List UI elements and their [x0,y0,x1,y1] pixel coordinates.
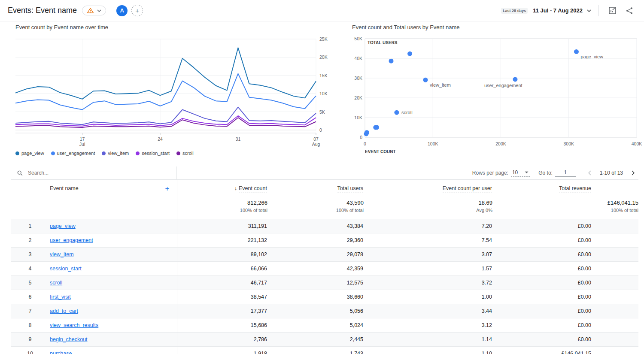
header-right-controls: Last 28 days 11 Jul - 7 Aug 2022 [501,4,636,17]
rows-per-page-label: Rows per page: [472,170,508,176]
event-name-link[interactable]: add_to_cart [50,308,78,314]
warning-icon [87,7,94,14]
revenue-cell: £0.00 [492,318,638,333]
add-comparison-button[interactable]: + [131,5,143,16]
legend-item-user_engagement: user_engagement [51,151,95,156]
total-users-cell: 42,359 [267,262,364,276]
scatter-point-view_item[interactable] [423,78,428,82]
customize-report-button[interactable] [605,4,619,17]
avatar-letter: A [120,7,124,14]
date-range-selector[interactable]: 11 Jul - 7 Aug 2022 [533,7,583,14]
legend-label: scroll [182,151,194,156]
avatar[interactable]: A [116,5,128,16]
revenue-cell: £0.00 [492,290,638,304]
event-name-link[interactable]: begin_checkout [50,336,88,342]
chart-edit-icon [608,6,617,15]
scatter-point-session_start[interactable] [407,51,412,56]
event-name-cell: session_start [49,262,177,276]
svg-text:Jul: Jul [79,142,85,147]
next-page-button[interactable] [627,167,638,179]
line-chart-legend: page_viewuser_engagementview_itemsession… [15,151,333,156]
table-totals-row: 812,266 100% of total 43,590 100% of tot… [11,197,638,219]
scatter-point-first_visit[interactable] [389,59,394,64]
legend-dot [176,151,180,155]
scatter-chart-svg: 010K20K30K40K50K0100K200K300K400KTOTAL U… [352,36,644,157]
event-name-link[interactable]: view_item [50,251,74,257]
date-caret-icon [587,9,591,12]
app-header: Events: Event name A + Last 28 days 11 J… [0,0,644,21]
table-row: 5scroll46,71712,5753.72£0.00 [11,276,638,290]
column-header-total-users[interactable]: Total users [267,180,364,197]
column-header-event-count[interactable]: ↓Event count [177,180,267,197]
scatter-point-purchase[interactable] [364,131,369,136]
scatter-point-scroll[interactable] [394,110,399,115]
svg-text:24: 24 [158,136,163,142]
revenue-cell: £0.00 [492,219,638,233]
legend-dot [15,151,19,155]
event-name-link[interactable]: scroll [50,280,62,286]
scatter-point-view_search_results[interactable] [373,125,378,130]
search-input[interactable] [27,169,123,176]
dropdown-caret-icon [525,171,529,174]
event-name-header-label: Event name [50,185,79,191]
legend-dot [136,151,140,155]
rows-per-page-select[interactable]: 10 [511,169,530,177]
svg-text:10K: 10K [319,91,328,96]
legend-item-view_item: view_item [102,151,129,156]
legend-item-page_view: page_view [15,151,44,156]
event-name-cell: view_item [49,248,177,262]
totals-event-count: 812,266 100% of total [177,197,267,219]
table-row: 3view_item89,10229,0783.07£0.00 [11,248,638,262]
total-users-cell: 29,078 [267,248,364,262]
report-warning-pill[interactable] [82,6,106,15]
legend-label: session_start [142,151,170,156]
goto-page-input[interactable] [555,169,576,177]
add-column-button[interactable]: + [165,185,170,192]
event-name-link[interactable]: page_view [50,223,76,229]
event-count-cell: 17,377 [177,304,267,318]
scatter-label-scroll: scroll [401,110,413,115]
row-index: 5 [11,276,49,290]
per-user-cell: 1.10 [364,347,492,354]
per-user-cell: 3.72 [364,276,492,290]
svg-text:30K: 30K [354,76,362,81]
revenue-cell: £146,041.15 [492,347,638,354]
revenue-cell: £0.00 [492,333,638,347]
scatter-label-view_item: view_item [430,82,451,88]
date-range-label: Last 28 days [501,8,528,14]
row-index: 8 [11,318,49,333]
event-name-link[interactable]: session_start [50,266,82,272]
event-name-link[interactable]: first_visit [50,294,71,300]
line-chart-title: Event count by Event name over time [15,24,333,30]
line-series-page_view [15,48,316,99]
per-user-cell: 1.14 [364,333,492,347]
event-count-cell: 15,686 [177,318,267,333]
event-name-link[interactable]: view_search_results [50,322,98,328]
table-row: 6first_visit38,54738,6601.00£0.00 [11,290,638,304]
svg-text:0: 0 [319,127,322,133]
scatter-point-user_engagement[interactable] [513,77,517,82]
page-title: Events: Event name [8,6,77,15]
svg-text:31: 31 [236,136,241,142]
svg-text:17: 17 [80,136,85,142]
scatter-point-page_view[interactable] [574,49,579,54]
event-name-cell: first_visit [49,290,177,304]
column-header-event-name[interactable]: Event name + [49,180,177,197]
rows-per-page-value: 10 [512,169,518,175]
legend-item-session_start: session_start [136,151,170,156]
row-index: 6 [11,290,49,304]
per-user-cell: 3.07 [364,248,492,262]
legend-label: user_engagement [57,151,95,156]
share-button[interactable] [623,4,636,17]
share-icon [625,6,634,15]
column-header-event-count-per-user[interactable]: Event count per user [364,180,492,197]
event-name-link[interactable]: user_engagement [50,237,93,243]
per-user-cell: 7.54 [364,233,492,248]
total-users-cell: 29,360 [267,233,364,248]
event-name-cell: view_search_results [49,318,177,333]
prev-page-button[interactable] [584,167,595,179]
event-name-link[interactable]: purchase [50,351,72,354]
row-index: 1 [11,219,49,233]
table-row: 9begin_checkout2,7862,4451.14£0.00 [11,333,638,347]
column-header-total-revenue[interactable]: Total revenue [492,180,638,197]
